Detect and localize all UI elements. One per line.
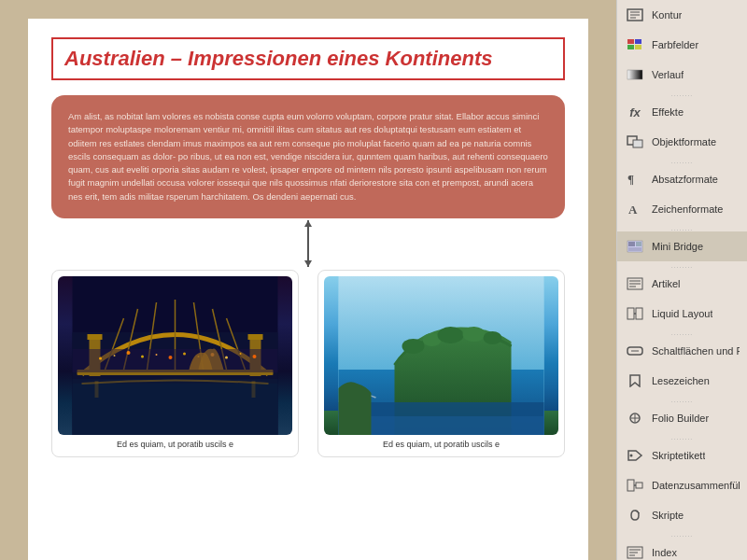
artikel-label: Artikel — [652, 278, 681, 289]
effekte-icon: fx — [625, 104, 645, 120]
svg-rect-50 — [633, 140, 642, 147]
mini-bridge-icon — [625, 238, 645, 255]
divider-6 — [617, 397, 747, 402]
datenzusammen-icon — [625, 477, 645, 494]
sidebar-item-lesezeichen[interactable]: Lesezeichen — [617, 366, 747, 396]
sidebar-item-liquid-layout[interactable]: Liquid Layout — [617, 299, 747, 329]
image1-caption: Ed es quiam, ut poratib uscils e — [58, 435, 292, 451]
image-card-1: Ed es quiam, ut poratib uscils e — [51, 270, 299, 457]
sidebar-item-kontur[interactable]: Kontur — [617, 0, 747, 30]
sidebar-item-skripte[interactable]: Skripte — [617, 500, 747, 530]
svg-point-25 — [225, 356, 228, 358]
svg-rect-15 — [73, 349, 278, 372]
sidebar-item-farbfelder[interactable]: Farbfelder — [617, 30, 747, 60]
sidebar-item-folio-builder[interactable]: Folio Builder — [617, 403, 747, 433]
arrow-line — [307, 220, 309, 267]
verlauf-icon — [625, 66, 645, 83]
divider-7 — [617, 434, 747, 440]
objektformate-label: Objektformate — [652, 136, 716, 147]
sidebar-item-skriptetikett[interactable]: Skriptetikett — [617, 441, 747, 470]
svg-point-22 — [183, 352, 186, 355]
svg-marker-66 — [630, 375, 640, 386]
svg-point-26 — [240, 353, 242, 355]
svg-rect-62 — [636, 308, 642, 319]
skripte-icon — [625, 507, 645, 524]
mini-bridge-label: Mini Bridge — [652, 241, 703, 252]
datenzusammen-label: Datenzusammenführ — [652, 480, 740, 491]
svg-rect-29 — [252, 381, 256, 398]
divider-2 — [617, 158, 747, 163]
svg-text:A: A — [628, 203, 638, 216]
svg-point-20 — [156, 354, 158, 356]
svg-point-37 — [484, 331, 502, 344]
divider-5 — [617, 329, 747, 335]
sidebar-item-schaltflachen[interactable]: Schaltflächen und Fo — [617, 336, 747, 366]
svg-rect-61 — [627, 308, 634, 319]
sidebar-item-artikel[interactable]: Artikel — [617, 269, 747, 299]
divider-8 — [617, 531, 747, 537]
lesezeichen-label: Lesezeichen — [652, 375, 710, 386]
svg-rect-7 — [248, 334, 263, 340]
svg-rect-56 — [628, 247, 641, 251]
svg-point-18 — [127, 351, 131, 355]
arrow-connector — [51, 218, 565, 270]
folio-builder-label: Folio Builder — [652, 413, 709, 424]
svg-point-16 — [99, 357, 102, 359]
zeichenformate-label: Zeichenformate — [652, 203, 723, 215]
svg-rect-46 — [627, 45, 634, 49]
main-content: Australien – Impressionen eines Kontinen… — [0, 0, 616, 560]
divider-4 — [617, 262, 747, 268]
absatzformate-label: Absatzformate — [652, 174, 718, 185]
sidebar-item-index[interactable]: Index — [617, 538, 747, 560]
svg-point-21 — [169, 356, 173, 359]
sidebar-item-zeichenformate[interactable]: A Zeichenformate — [617, 194, 747, 224]
svg-rect-1 — [73, 379, 278, 435]
effekte-label: Effekte — [652, 106, 684, 118]
svg-rect-55 — [636, 242, 641, 246]
cliff-image — [324, 276, 558, 435]
skriptetikett-icon — [625, 447, 645, 464]
page-title: Australien – Impressionen eines Kontinen… — [51, 37, 565, 80]
sidebar-item-objektformate[interactable]: Objektformate — [617, 127, 747, 157]
artikel-icon — [625, 275, 645, 292]
farbfelder-label: Farbfelder — [652, 39, 698, 50]
svg-rect-48 — [627, 70, 642, 79]
svg-rect-28 — [95, 381, 99, 398]
images-row: Ed es quiam, ut poratib uscils e — [51, 270, 565, 457]
page-container: Australien – Impressionen eines Kontinen… — [28, 19, 588, 560]
schaltflachen-label: Schaltflächen und Fo — [652, 345, 740, 357]
objektformate-icon — [625, 133, 645, 150]
index-icon — [625, 544, 645, 560]
svg-point-35 — [438, 327, 464, 343]
image-card-2: Ed es quiam, ut poratib uscils e — [317, 270, 565, 457]
liquid-layout-icon — [625, 305, 645, 322]
svg-rect-5 — [88, 334, 103, 340]
body-text: Am alist, as nobitat lam volores es nobi… — [68, 110, 548, 203]
svg-rect-71 — [627, 480, 634, 491]
svg-rect-72 — [636, 483, 642, 488]
sidebar-item-mini-bridge[interactable]: Mini Bridge — [617, 231, 747, 261]
bridge-image — [58, 276, 292, 435]
sidebar-item-effekte[interactable]: fx Effekte — [617, 97, 747, 127]
svg-rect-54 — [628, 242, 635, 246]
image2-caption: Ed es quiam, ut poratib uscils e — [324, 435, 558, 451]
lesezeichen-icon — [625, 372, 645, 389]
sidebar-item-verlauf[interactable]: Verlauf — [617, 60, 747, 90]
kontur-icon — [625, 7, 645, 23]
verlauf-label: Verlauf — [652, 69, 684, 80]
absatzformate-icon: ¶ — [625, 171, 645, 188]
liquid-layout-label: Liquid Layout — [652, 308, 712, 319]
svg-point-19 — [141, 355, 144, 357]
divider-1 — [617, 91, 747, 96]
index-label: Index — [652, 547, 677, 558]
sidebar-item-datenzusammen[interactable]: Datenzusammenführ — [617, 470, 747, 500]
sidebar: Kontur Farbfelder Verlauf fx Effekte — [616, 0, 747, 560]
svg-point-17 — [114, 355, 116, 357]
kontur-label: Kontur — [652, 9, 682, 21]
sidebar-item-absatzformate[interactable]: ¶ Absatzformate — [617, 164, 747, 194]
svg-rect-44 — [627, 39, 634, 44]
skripte-label: Skripte — [652, 510, 684, 521]
farbfelder-icon — [625, 36, 645, 53]
folio-builder-icon — [625, 410, 645, 427]
divider-3 — [617, 225, 747, 231]
